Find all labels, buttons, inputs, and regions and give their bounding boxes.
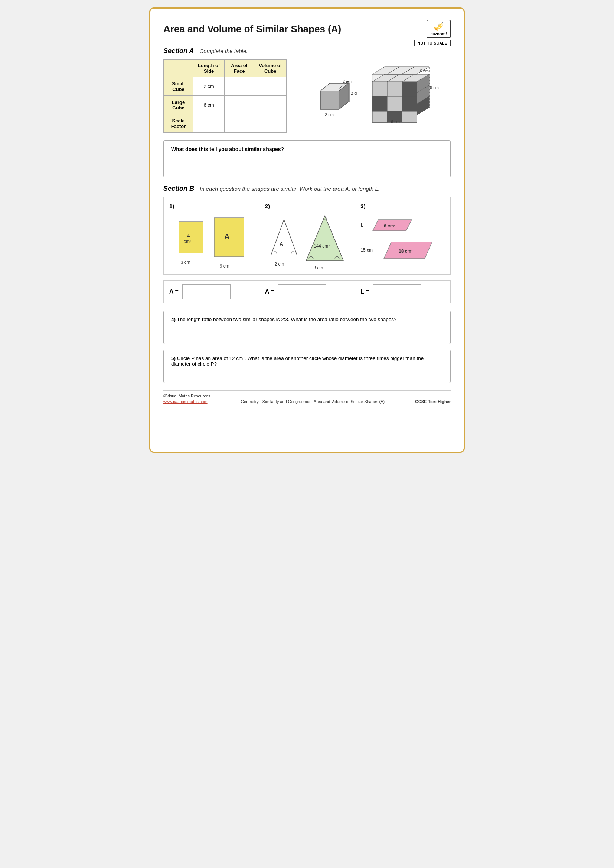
answer-2-box[interactable] (278, 284, 326, 299)
answer-2-label: A = (265, 288, 274, 295)
large-rect: A 9 cm (212, 216, 246, 262)
word-problem-5-text: 5) Circle P has an area of 12 cm². What … (171, 355, 443, 367)
large-triangle: 144 cm² 8 cm (304, 214, 345, 264)
large-tri-dim: 8 cm (314, 265, 323, 271)
answer-1-cell: A = (163, 280, 259, 303)
section-b-label: Section B (163, 185, 194, 192)
answer-3-box[interactable] (373, 284, 421, 299)
svg-text:18 cm²: 18 cm² (399, 249, 413, 254)
col-header-empty (164, 60, 194, 77)
col-header-volume: Volume ofCube (254, 60, 287, 77)
section-b-header: Section B In each question the shapes ar… (163, 185, 451, 192)
small-cube-side: 2 cm (194, 77, 225, 96)
section-b-instruction: In each question the shapes are similar.… (200, 186, 380, 192)
page-title: Area and Volume of Similar Shapes (A) (163, 23, 341, 35)
footer: ©Visual Maths Resources www.cazoommaths.… (163, 391, 451, 404)
word-problem-4: 4) The length ratio between two similar … (163, 311, 451, 344)
svg-text:A: A (279, 241, 283, 247)
svg-rect-12 (402, 82, 417, 96)
svg-marker-0 (320, 91, 339, 110)
svg-rect-11 (387, 82, 402, 96)
problem-1: 1) 4 cm² 3 cm (164, 197, 259, 274)
row-scale-label: ScaleFactor (164, 114, 194, 133)
problem-3-shapes: L 8 cm² 15 cm 18 cm² (360, 213, 445, 265)
problem-2: 2) A 2 cm (259, 197, 355, 274)
svg-text:4: 4 (187, 233, 190, 239)
logo-icon: 🎺 (430, 22, 447, 31)
problem-3-number: 3) (360, 203, 445, 209)
small-rect-dim: 3 cm (181, 260, 191, 265)
answers-row: A = A = L = (163, 280, 451, 303)
problem-1-shapes: 4 cm² 3 cm A 9 cm (169, 213, 254, 265)
row-large-label: LargeCube (164, 96, 194, 114)
svg-text:6 cm: 6 cm (391, 119, 400, 124)
col-header-area: Area ofFace (225, 60, 254, 77)
svg-rect-35 (179, 222, 203, 253)
svg-text:2 cm: 2 cm (343, 79, 352, 84)
cubes-diagram: 2 cm 2 cm 2 cm (298, 59, 451, 126)
problems-row: 1) 4 cm² 3 cm (163, 197, 451, 274)
svg-rect-18 (402, 111, 417, 122)
svg-rect-10 (372, 82, 387, 96)
large-rect-dim: 9 cm (220, 264, 229, 269)
small-cube-volume (254, 77, 287, 96)
front-face (372, 82, 417, 122)
scale-volume (254, 114, 287, 133)
small-parallelogram-row: L 8 cm² (360, 218, 412, 232)
question-box: What does this tell you about similar sh… (163, 140, 451, 177)
problem-2-shapes: A 2 cm 144 cm² (265, 213, 349, 265)
large-cube-side: 6 cm (194, 96, 225, 114)
problem-1-number: 1) (169, 203, 254, 209)
svg-text:2 cm: 2 cm (325, 112, 334, 117)
table-row: SmallCube 2 cm (164, 77, 287, 96)
svg-rect-14 (387, 96, 402, 111)
page: Area and Volume of Similar Shapes (A) 🎺 … (149, 8, 465, 453)
answer-3-cell: L = (355, 280, 451, 303)
svg-text:8 cm²: 8 cm² (384, 223, 395, 229)
length-label: L (360, 222, 363, 228)
small-rect: 4 cm² 3 cm (177, 220, 207, 258)
svg-text:6 cm: 6 cm (420, 69, 429, 73)
section-a-instruction: Complete the table. (199, 48, 248, 54)
problem-3: 3) L 8 cm² 15 cm (355, 197, 450, 274)
footer-tier: GCSE Tier: Higher (415, 399, 451, 404)
large-cube-area (225, 96, 254, 114)
scale-side (194, 114, 225, 133)
small-tri-dim: 2 cm (275, 262, 284, 267)
col-header-side: Length ofSide (194, 60, 225, 77)
footer-center: Geometry - Similarity and Congruence - A… (211, 399, 416, 404)
table-area: Length ofSide Area ofFace Volume ofCube … (163, 59, 451, 133)
row-small-label: SmallCube (164, 77, 194, 96)
svg-text:6 cm: 6 cm (430, 85, 439, 90)
svg-rect-15 (402, 96, 417, 111)
section-a-label: Section A (163, 47, 194, 55)
svg-rect-16 (372, 111, 387, 122)
svg-text:2 cm: 2 cm (351, 91, 358, 95)
scale-area (225, 114, 254, 133)
svg-text:144 cm²: 144 cm² (314, 243, 330, 249)
svg-text:cm²: cm² (184, 239, 191, 244)
logo-text: cazoom! (430, 31, 447, 36)
large-cube-diagram: 6 cm 6 cm 6 cm (369, 59, 443, 126)
answer-1-box[interactable] (182, 284, 231, 299)
not-to-scale-badge: NOT TO SCALE (414, 40, 451, 46)
word-problem-4-text: 4) The length ratio between two similar … (171, 316, 443, 322)
problem-2-number: 2) (265, 203, 349, 209)
answer-1-label: A = (169, 288, 178, 295)
cube-table: Length ofSide Area ofFace Volume ofCube … (163, 59, 287, 133)
svg-text:A: A (224, 232, 229, 240)
small-cube-area (225, 77, 254, 96)
large-parallelogram-row: 15 cm 18 cm² (360, 240, 432, 260)
table-row: ScaleFactor (164, 114, 287, 133)
question-text: What does this tell you about similar sh… (171, 146, 443, 152)
section-b: Section B In each question the shapes ar… (163, 185, 451, 383)
svg-rect-13 (372, 96, 387, 111)
word-problem-5: 5) Circle P has an area of 12 cm². What … (163, 350, 451, 383)
answer-3-label: L = (360, 288, 369, 295)
small-triangle: A 2 cm (269, 218, 299, 260)
footer-website[interactable]: www.cazoommaths.com (163, 399, 208, 404)
table-row: LargeCube 6 cm (164, 96, 287, 114)
large-para-dim: 15 cm (360, 248, 373, 253)
logo: 🎺 cazoom! (426, 20, 451, 38)
svg-marker-40 (271, 220, 297, 255)
